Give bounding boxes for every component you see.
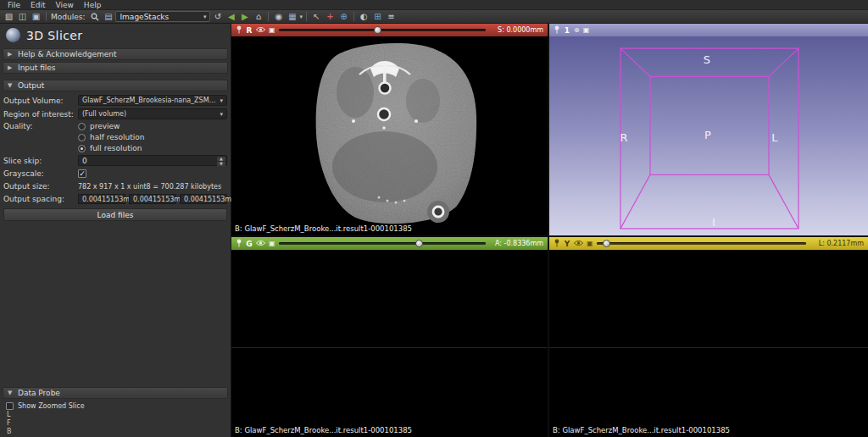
slice-artifact-line: [549, 347, 868, 348]
module-back-icon[interactable]: ◀: [225, 11, 237, 23]
red-slice-view: R ▣ S: 0.0000mm: [231, 24, 548, 235]
main-area: 3D Slicer ▶ Help & Acknowledgement ▶ Inp…: [0, 24, 868, 437]
slice-skip-value: 0: [82, 157, 87, 165]
section-input-label: Input files: [18, 64, 56, 72]
module-history-icon[interactable]: ↺: [211, 11, 224, 23]
threed-view-badge[interactable]: 1: [564, 26, 570, 35]
roi-value: (Full volume): [82, 110, 126, 118]
yellow-slice-slider[interactable]: [597, 240, 806, 247]
section-help-acknowledgement[interactable]: ▶ Help & Acknowledgement: [3, 48, 228, 60]
green-slice-view: G ▣ A: -0.8336mm B: GlawF_ScherzM_Brooke…: [231, 237, 548, 437]
yellow-slice-offset: L: 0.2117mm: [810, 240, 864, 247]
output-volume-combobox[interactable]: GlawF_ScherzM_Brookesia-nana_ZSM1...12_u…: [78, 95, 227, 106]
toolbar-separator: [268, 12, 269, 21]
radio-preview[interactable]: [78, 123, 86, 130]
output-size-label: Output size:: [3, 182, 75, 191]
layout-chevron-icon[interactable]: ▾: [299, 14, 303, 20]
cursor-icon[interactable]: ↖: [310, 11, 323, 23]
orientation-box: S R P L I: [549, 36, 868, 235]
pin-icon[interactable]: [236, 239, 242, 249]
red-slice-canvas[interactable]: B: GlawF_ScherzM_Brooke...it.result1-000…: [231, 36, 548, 235]
modules-combobox-value: ImageStacks: [120, 13, 169, 21]
slider-handle[interactable]: [374, 26, 381, 34]
pin-icon[interactable]: [236, 25, 242, 36]
green-slice-canvas[interactable]: B: GlawF_ScherzM_Brooke...it.result1-000…: [231, 250, 548, 437]
slice-menu-icon[interactable]: ▣: [587, 240, 593, 247]
crosshair-icon[interactable]: ⊕: [337, 11, 350, 23]
section-data-probe-label: Data Probe: [18, 389, 60, 397]
yellow-slice-canvas[interactable]: B: GlawF_ScherzM_Brooke...it.result1-000…: [549, 250, 868, 437]
probe-row-b: B: [6, 429, 225, 435]
load-files-button[interactable]: Load files: [3, 208, 227, 221]
slicer-logo-icon: [6, 28, 20, 42]
save-icon[interactable]: ▣: [30, 11, 42, 23]
menu-help[interactable]: Help: [80, 0, 106, 10]
slice-skip-spinbox[interactable]: 0 ▲ ▼: [78, 155, 227, 166]
menu-file[interactable]: File: [3, 0, 25, 10]
panel-spacer: [0, 221, 231, 385]
eye-icon[interactable]: [256, 26, 265, 35]
place-point-icon[interactable]: +: [324, 11, 337, 23]
section-help-label: Help & Acknowledgement: [18, 50, 117, 58]
slice-menu-icon[interactable]: ▣: [269, 26, 275, 34]
dicom-icon[interactable]: ◫: [16, 11, 29, 23]
menu-icon[interactable]: ≡: [385, 11, 398, 23]
spacing-field-z[interactable]: 0.00415153mm: [180, 194, 227, 204]
ct-slice-image: [296, 40, 482, 230]
center-3d-view-icon[interactable]: ⊕: [574, 26, 580, 34]
red-slice-slider[interactable]: [279, 26, 486, 34]
axis-label-r: R: [620, 131, 627, 144]
menu-view[interactable]: View: [52, 0, 78, 10]
module-search-icon[interactable]: [88, 11, 101, 23]
yellow-view-badge[interactable]: Y: [564, 240, 570, 248]
spinbox-buttons: ▲ ▼: [217, 157, 225, 164]
modules-combobox[interactable]: ImageStacks ▾: [115, 11, 210, 22]
module-panel: 3D Slicer ▶ Help & Acknowledgement ▶ Inp…: [0, 24, 231, 437]
collapse-arrow-icon: ▼: [8, 390, 14, 396]
threed-view: 1 ⊕ ▣ S R P L I: [549, 24, 868, 235]
toolbar-separator: [46, 12, 47, 21]
slider-groove: [279, 29, 486, 31]
section-output[interactable]: ▼ Output: [3, 80, 228, 91]
spin-down-icon[interactable]: ▼: [217, 162, 225, 166]
screenshot-icon[interactable]: ◉: [272, 11, 285, 23]
slider-handle[interactable]: [415, 240, 423, 247]
section-output-label: Output: [18, 81, 44, 90]
grayscale-checkbox[interactable]: ✓: [78, 169, 86, 178]
radio-full-resolution-label: full resolution: [90, 144, 142, 152]
pin-icon[interactable]: [554, 239, 560, 249]
red-slice-controller: R ▣ S: 0.0000mm: [231, 24, 548, 36]
green-slice-slider[interactable]: [279, 240, 486, 247]
spacing-field-y[interactable]: 0.00415153mm: [129, 194, 176, 204]
window-level-icon[interactable]: ◐: [358, 11, 370, 23]
app-header: 3D Slicer: [0, 24, 231, 47]
section-data-probe[interactable]: ▼ Data Probe: [3, 387, 228, 399]
green-view-badge[interactable]: G: [246, 240, 253, 248]
pin-icon[interactable]: [554, 25, 560, 36]
red-view-badge[interactable]: R: [246, 26, 253, 35]
grayscale-label: Grayscale:: [3, 169, 75, 178]
layout-icon[interactable]: ▦: [286, 11, 298, 23]
eye-icon[interactable]: [256, 240, 265, 248]
load-data-icon[interactable]: ▧: [3, 11, 15, 23]
threed-canvas[interactable]: S R P L I: [549, 36, 868, 235]
app-title: 3D Slicer: [26, 29, 82, 42]
show-zoomed-slice-checkbox[interactable]: [6, 402, 14, 410]
threed-menu-icon[interactable]: ▣: [583, 26, 590, 34]
home-icon[interactable]: ⌂: [252, 11, 264, 23]
roi-combobox[interactable]: (Full volume) ▾: [78, 108, 227, 119]
section-input-files[interactable]: ▶ Input files: [3, 62, 228, 74]
extensions-icon[interactable]: ⊞: [371, 11, 384, 23]
eye-icon[interactable]: [574, 240, 583, 248]
slice-menu-icon[interactable]: ▣: [269, 240, 275, 247]
spacing-field-x[interactable]: 0.00415153mm: [78, 194, 125, 204]
module-forward-icon[interactable]: ▶: [238, 11, 251, 23]
radio-full-resolution[interactable]: [78, 145, 86, 152]
radio-half-resolution[interactable]: [78, 134, 86, 141]
slice-skip-label: Slice skip:: [3, 157, 75, 165]
slider-handle[interactable]: [603, 240, 610, 247]
toolbar: ▧ ◫ ▣ Modules: ▤ ImageStacks ▾ ↺ ◀ ▶ ⌂ ◉…: [0, 10, 868, 24]
slider-groove: [279, 242, 486, 245]
threed-view-controller: 1 ⊕ ▣: [549, 24, 868, 36]
menu-edit[interactable]: Edit: [26, 0, 49, 10]
